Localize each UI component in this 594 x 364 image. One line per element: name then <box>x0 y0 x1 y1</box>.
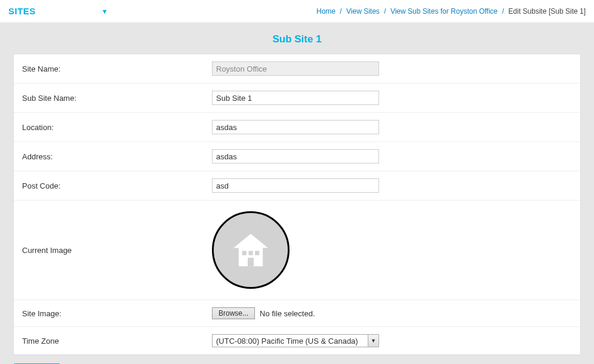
breadcrumb-view-sub-sites[interactable]: View Sub Sites for Royston Office <box>390 7 498 16</box>
location-input[interactable] <box>212 120 379 134</box>
sites-label: SITES <box>8 6 36 16</box>
time-zone-select[interactable]: (UTC-08:00) Pacific Time (US & Canada) ▼ <box>212 334 379 347</box>
svg-rect-4 <box>248 258 254 266</box>
file-selection-text: No file selected. <box>260 309 315 318</box>
row-time-zone: Time Zone (UTC-08:00) Pacific Time (US &… <box>14 327 580 354</box>
label-site-image: Site Image: <box>22 309 212 318</box>
chevron-down-icon: ▼ <box>101 8 108 15</box>
svg-rect-2 <box>248 251 253 255</box>
post-code-input[interactable] <box>212 178 379 193</box>
chevron-down-icon: ▼ <box>368 335 378 347</box>
row-post-code: Post Code: <box>14 171 580 200</box>
label-location: Location: <box>22 123 212 132</box>
row-current-image: Current Image <box>14 200 580 300</box>
row-location: Location: <box>14 113 580 142</box>
row-site-image: Site Image: Browse... No file selected. <box>14 300 580 327</box>
label-site-name: Site Name: <box>22 64 212 73</box>
topbar: SITES ▼ Home / View Sites / View Sub Sit… <box>0 0 594 23</box>
breadcrumb-home[interactable]: Home <box>316 7 336 16</box>
breadcrumb-separator: / <box>340 7 341 16</box>
form-panel: Site Name: Sub Site Name: Location: Addr… <box>13 54 581 355</box>
breadcrumb-separator: / <box>384 7 386 16</box>
site-name-input <box>212 61 379 76</box>
browse-button[interactable]: Browse... <box>212 307 255 319</box>
address-input[interactable] <box>212 149 379 164</box>
breadcrumb-separator: / <box>502 7 504 16</box>
page-title: Sub Site 1 <box>0 23 594 54</box>
svg-rect-3 <box>255 251 259 255</box>
house-icon <box>229 229 272 272</box>
row-address: Address: <box>14 142 580 171</box>
breadcrumb-view-sites[interactable]: View Sites <box>346 7 380 16</box>
row-site-name: Site Name: <box>14 54 580 84</box>
sub-site-name-input[interactable] <box>212 91 379 105</box>
label-current-image: Current Image <box>22 246 212 255</box>
label-time-zone: Time Zone <box>22 337 212 346</box>
row-sub-site-name: Sub Site Name: <box>14 84 580 113</box>
breadcrumb: Home / View Sites / View Sub Sites for R… <box>316 7 586 16</box>
label-sub-site-name: Sub Site Name: <box>22 94 212 103</box>
label-post-code: Post Code: <box>22 181 212 190</box>
breadcrumb-current: Edit Subsite [Sub Site 1] <box>509 7 586 16</box>
svg-rect-1 <box>242 251 247 255</box>
sites-dropdown[interactable]: SITES ▼ <box>8 6 108 16</box>
label-address: Address: <box>22 152 212 161</box>
current-image-preview <box>212 211 290 289</box>
time-zone-selected-text: (UTC-08:00) Pacific Time (US & Canada) <box>213 337 368 346</box>
